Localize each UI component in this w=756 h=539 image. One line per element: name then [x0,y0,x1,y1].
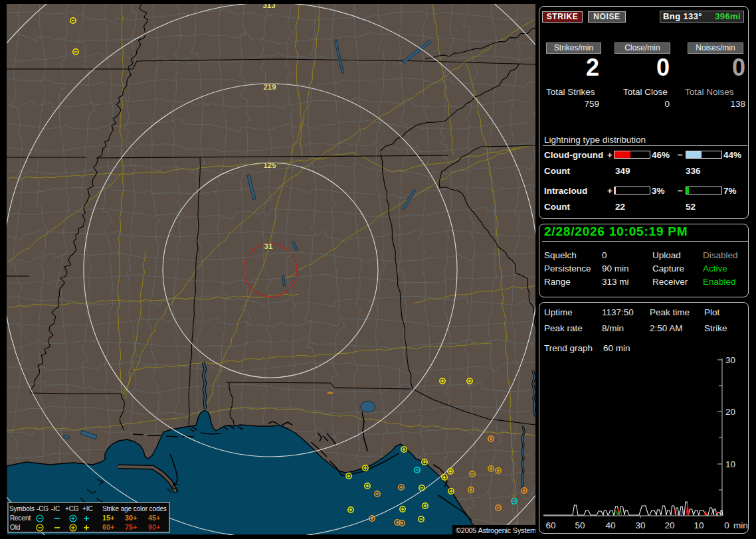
svg-text:40: 40 [605,520,615,530]
svg-text:50: 50 [575,520,585,530]
svg-text:min: min [733,520,748,530]
svg-text:10: 10 [725,459,735,469]
svg-text:0: 0 [724,520,729,530]
svg-text:10: 10 [694,520,704,530]
svg-text:20: 20 [664,520,674,530]
svg-text:20: 20 [725,407,735,417]
svg-text:30: 30 [725,355,735,365]
svg-text:60: 60 [545,520,555,530]
svg-text:30: 30 [635,520,645,530]
